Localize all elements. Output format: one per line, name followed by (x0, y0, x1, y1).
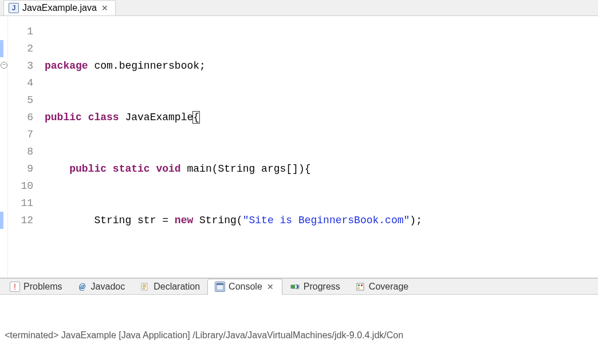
close-icon[interactable]: ✕ (100, 3, 109, 13)
svg-rect-5 (357, 283, 364, 290)
tab-javadoc[interactable]: @ Javadoc (70, 279, 133, 294)
progress-icon (290, 282, 300, 292)
editor-tab-bar: J JavaExample.java ✕ (0, 0, 598, 16)
editor-area: − 1 2 3 4 5 6 7 8 9 10 11 12 package com… (0, 16, 598, 278)
line-number: 12 (8, 212, 33, 229)
svg-rect-4 (291, 285, 295, 288)
close-icon[interactable]: ✕ (266, 282, 275, 291)
tab-coverage[interactable]: Coverage (348, 279, 416, 294)
tab-label: Console (229, 282, 262, 292)
svg-rect-8 (358, 287, 360, 289)
line-number: 1 (8, 23, 33, 40)
line-number: 9 (8, 160, 33, 177)
tab-label: Declaration (154, 282, 200, 292)
override-marker[interactable] (0, 40, 3, 57)
tab-declaration[interactable]: Declaration (132, 279, 207, 294)
line-number: 8 (8, 143, 33, 160)
line-number: 6 (8, 109, 33, 126)
tab-label: Javadoc (91, 282, 125, 292)
tab-problems[interactable]: ! Problems (2, 279, 70, 294)
console-header: <terminated> JavaExample [Java Applicati… (5, 328, 593, 343)
line-number: 4 (8, 74, 33, 92)
bottom-view-tabs: ! Problems @ Javadoc Declaration Console… (0, 278, 598, 295)
code-line (45, 263, 598, 278)
problems-icon: ! (10, 282, 20, 292)
line-number: 11 (8, 195, 33, 212)
fold-bar: − (0, 16, 8, 278)
java-file-icon: J (9, 3, 19, 13)
line-number: 5 (8, 92, 33, 109)
line-number-gutter: 1 2 3 4 5 6 7 8 9 10 11 12 (8, 16, 39, 278)
javadoc-icon: @ (77, 282, 88, 292)
line-number: 3 (8, 57, 33, 74)
line-number: 2 (8, 40, 33, 57)
console-icon (215, 282, 225, 292)
current-line-marker (0, 212, 3, 229)
tab-progress[interactable]: Progress (282, 279, 348, 294)
line-number: 10 (8, 177, 33, 195)
svg-rect-6 (358, 284, 360, 286)
code-line: String str = new String("Site is Beginne… (45, 212, 598, 229)
line-number: 7 (8, 126, 33, 143)
svg-rect-7 (361, 284, 363, 286)
console-view[interactable]: <terminated> JavaExample [Java Applicati… (0, 295, 598, 364)
svg-rect-2 (217, 283, 223, 285)
code-line: public static void main(String args[]){ (45, 160, 598, 177)
coverage-icon (355, 282, 365, 292)
tab-label: Progress (304, 282, 340, 292)
editor-tab-javaexample[interactable]: J JavaExample.java ✕ (3, 0, 116, 15)
tab-console[interactable]: Console ✕ (207, 279, 282, 295)
text-cursor: { (192, 111, 200, 124)
code-line: public class JavaExample{ (45, 109, 598, 126)
fold-toggle-icon[interactable]: − (1, 62, 7, 69)
code-line: package com.beginnersbook; (45, 57, 598, 74)
tab-label: Coverage (369, 282, 408, 292)
code-editor[interactable]: package com.beginnersbook; public class … (39, 16, 598, 278)
editor-tab-title: JavaExample.java (22, 3, 97, 13)
tab-label: Problems (23, 282, 62, 292)
declaration-icon (140, 282, 150, 292)
